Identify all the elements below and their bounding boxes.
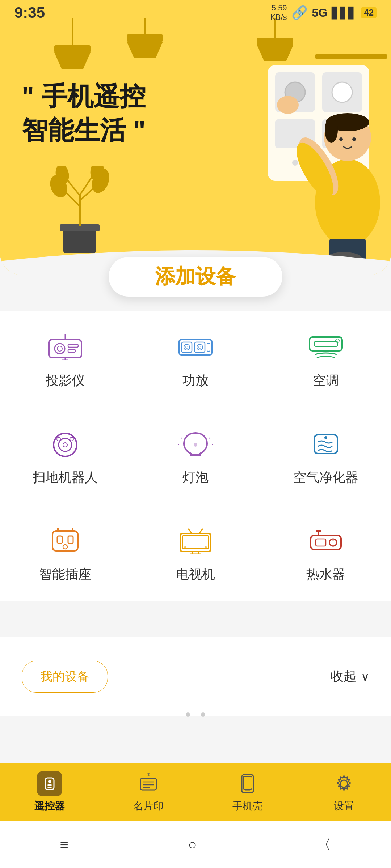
svg-line-64 bbox=[181, 438, 182, 438]
device-grid-row-3: 智能插座 bbox=[0, 505, 391, 601]
nav-item-remote[interactable]: 遥控器 bbox=[20, 767, 79, 817]
amplifier-label: 功放 bbox=[182, 372, 209, 390]
svg-rect-3 bbox=[127, 34, 163, 42]
character-illustration bbox=[203, 29, 391, 260]
device-grid-row-1: 投影仪 功放 bbox=[0, 311, 391, 408]
device-cell-projector[interactable]: 投影仪 bbox=[0, 311, 130, 408]
socket-icon bbox=[47, 527, 83, 556]
device-grid: 投影仪 功放 bbox=[0, 311, 391, 601]
hero-text: " 手机遥控 智能生活 " bbox=[22, 80, 146, 147]
nav-item-print[interactable]: 印 名片印 bbox=[119, 767, 178, 817]
svg-point-57 bbox=[54, 433, 77, 456]
svg-rect-96 bbox=[140, 778, 156, 790]
settings-nav-label: 设置 bbox=[334, 799, 354, 813]
remote-nav-label: 遥控器 bbox=[34, 799, 65, 813]
svg-point-49 bbox=[186, 346, 188, 348]
svg-rect-53 bbox=[207, 343, 210, 351]
projector-label: 投影仪 bbox=[46, 372, 85, 390]
device-cell-socket[interactable]: 智能插座 bbox=[0, 505, 130, 601]
add-device-button[interactable]: 添加设备 bbox=[109, 257, 282, 297]
ac-icon bbox=[308, 333, 344, 362]
phonecase-nav-icon bbox=[235, 771, 260, 796]
collapse-label: 收起 bbox=[331, 668, 357, 685]
svg-line-65 bbox=[209, 438, 210, 438]
hero-tagline-line2: 智能生活 " bbox=[22, 114, 146, 148]
heater-icon bbox=[308, 527, 344, 556]
svg-rect-47 bbox=[182, 342, 192, 352]
purifier-label: 空气净化器 bbox=[293, 469, 358, 486]
svg-rect-71 bbox=[52, 531, 78, 551]
device-cell-heater[interactable]: 热水器 bbox=[261, 505, 391, 601]
svg-point-20 bbox=[339, 137, 343, 141]
svg-point-21 bbox=[352, 137, 356, 141]
device-cell-purifier[interactable]: 空气净化器 bbox=[261, 408, 391, 505]
collapse-button[interactable]: 收起 ∨ bbox=[331, 668, 369, 685]
nav-item-phonecase[interactable]: 手机壳 bbox=[218, 767, 277, 817]
svg-text:印: 印 bbox=[147, 773, 150, 776]
svg-rect-41 bbox=[68, 344, 78, 347]
projector-icon bbox=[47, 333, 83, 362]
svg-point-104 bbox=[340, 780, 348, 787]
svg-rect-73 bbox=[68, 536, 73, 543]
svg-rect-95 bbox=[47, 787, 52, 788]
amplifier-icon bbox=[177, 333, 214, 362]
bottom-section: 我的设备 收起 ∨ bbox=[0, 637, 391, 716]
svg-point-74 bbox=[63, 545, 67, 549]
settings-nav-icon bbox=[331, 771, 357, 796]
device-cell-tv[interactable]: 电视机 bbox=[130, 505, 261, 601]
svg-point-51 bbox=[197, 344, 203, 350]
svg-point-52 bbox=[199, 346, 201, 348]
svg-rect-103 bbox=[245, 790, 250, 791]
nav-item-settings[interactable]: 设置 bbox=[317, 767, 371, 817]
device-cell-amplifier[interactable]: 功放 bbox=[130, 311, 261, 408]
system-navigation-bar: ≡ ○ 〈 bbox=[0, 821, 391, 868]
svg-point-70 bbox=[324, 436, 327, 439]
svg-point-68 bbox=[194, 443, 197, 447]
device-cell-bulb[interactable]: 灯泡 bbox=[130, 408, 261, 505]
my-device-button[interactable]: 我的设备 bbox=[22, 661, 108, 693]
tv-label: 电视机 bbox=[176, 566, 215, 583]
svg-rect-55 bbox=[314, 341, 338, 346]
phonecase-nav-label: 手机壳 bbox=[232, 799, 263, 813]
svg-point-40 bbox=[57, 346, 62, 351]
remote-nav-icon bbox=[37, 771, 62, 796]
heater-label: 热水器 bbox=[306, 566, 345, 583]
dots-indicator bbox=[0, 712, 391, 717]
device-cell-ac[interactable]: 空调 bbox=[261, 311, 391, 408]
link-icon: 🔗 bbox=[291, 5, 308, 20]
svg-rect-102 bbox=[243, 776, 252, 789]
svg-point-81 bbox=[184, 546, 186, 548]
svg-rect-92 bbox=[45, 778, 54, 790]
network-indicator: 5G bbox=[312, 6, 328, 20]
chevron-down-icon: ∨ bbox=[361, 670, 369, 684]
device-cell-robot[interactable]: 扫地机器人 bbox=[0, 408, 130, 505]
ac-label: 空调 bbox=[313, 372, 339, 390]
hero-tagline-line1: " 手机遥控 bbox=[22, 80, 146, 114]
dot-2 bbox=[201, 712, 205, 717]
svg-point-59 bbox=[63, 443, 67, 447]
device-grid-row-2: 扫地机器人 灯泡 bbox=[0, 408, 391, 505]
svg-rect-94 bbox=[47, 784, 52, 786]
robot-icon bbox=[47, 430, 83, 459]
svg-point-39 bbox=[55, 344, 65, 354]
print-nav-label: 名片印 bbox=[133, 799, 164, 813]
svg-rect-80 bbox=[182, 536, 209, 549]
signal-icon: ▋▋▋ bbox=[332, 7, 357, 19]
svg-point-23 bbox=[277, 96, 299, 114]
robot-label: 扫地机器人 bbox=[33, 469, 98, 486]
svg-point-82 bbox=[205, 546, 207, 548]
svg-rect-87 bbox=[316, 539, 326, 546]
back-button[interactable]: 〈 bbox=[317, 835, 331, 855]
menu-button[interactable]: ≡ bbox=[60, 837, 68, 853]
svg-point-19 bbox=[325, 118, 338, 143]
svg-point-11 bbox=[332, 82, 352, 102]
home-button[interactable]: ○ bbox=[188, 837, 197, 853]
bulb-icon bbox=[177, 430, 214, 459]
svg-rect-1 bbox=[54, 45, 91, 52]
svg-point-60 bbox=[57, 437, 60, 441]
bottom-navigation: 遥控器 印 名片印 手机壳 bbox=[0, 763, 391, 821]
svg-rect-42 bbox=[68, 349, 75, 352]
status-bar: 9:35 5.59KB/s 🔗 5G ▋▋▋ 42 bbox=[0, 0, 391, 25]
purifier-icon bbox=[308, 430, 344, 459]
status-icons: 5.59KB/s 🔗 5G ▋▋▋ 42 bbox=[270, 3, 377, 22]
